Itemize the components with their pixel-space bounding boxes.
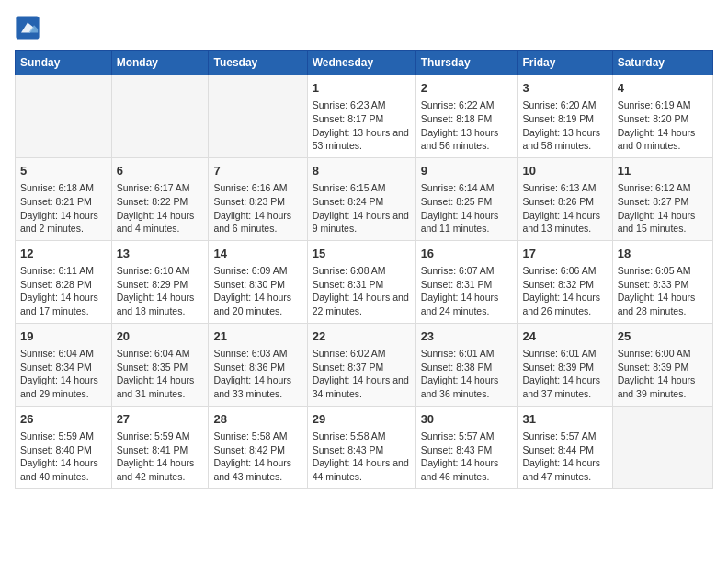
day-info: Sunrise: 5:58 AM bbox=[213, 430, 301, 443]
day-number: 19 bbox=[20, 328, 107, 345]
day-info: Sunset: 8:23 PM bbox=[213, 195, 301, 209]
day-number: 24 bbox=[522, 328, 607, 345]
day-info: Daylight: 14 hours and 28 minutes. bbox=[618, 291, 708, 317]
day-info: Daylight: 13 hours and 53 minutes. bbox=[313, 126, 411, 153]
day-number: 26 bbox=[20, 411, 107, 428]
calendar-cell: 7Sunrise: 6:16 AMSunset: 8:23 PMDaylight… bbox=[209, 157, 307, 240]
calendar-cell: 24Sunrise: 6:01 AMSunset: 8:39 PMDayligh… bbox=[518, 323, 612, 406]
day-info: Sunrise: 6:05 AM bbox=[618, 264, 708, 278]
day-info: Sunrise: 6:00 AM bbox=[618, 347, 708, 361]
day-number: 2 bbox=[421, 80, 513, 97]
calendar-cell: 17Sunrise: 6:06 AMSunset: 8:32 PMDayligh… bbox=[518, 240, 612, 323]
day-info: Sunset: 8:37 PM bbox=[313, 361, 411, 374]
day-number: 21 bbox=[213, 328, 301, 345]
day-info: Sunrise: 6:07 AM bbox=[421, 264, 513, 278]
day-info: Sunset: 8:43 PM bbox=[313, 443, 411, 457]
day-number: 23 bbox=[421, 328, 513, 345]
day-info: Sunrise: 6:02 AM bbox=[313, 347, 411, 361]
col-header-friday: Friday bbox=[518, 51, 612, 75]
calendar-cell: 20Sunrise: 6:04 AMSunset: 8:35 PMDayligh… bbox=[111, 323, 209, 406]
day-info: Sunrise: 6:04 AM bbox=[117, 347, 204, 361]
day-info: Daylight: 14 hours and 46 minutes. bbox=[421, 456, 513, 483]
calendar-cell: 22Sunrise: 6:02 AMSunset: 8:37 PMDayligh… bbox=[307, 323, 415, 406]
calendar-week-row: 26Sunrise: 5:59 AMSunset: 8:40 PMDayligh… bbox=[16, 406, 713, 488]
day-info: Sunrise: 6:01 AM bbox=[522, 347, 607, 361]
day-number: 8 bbox=[313, 163, 411, 179]
day-info: Sunrise: 5:59 AM bbox=[117, 430, 204, 443]
day-info: Sunset: 8:29 PM bbox=[117, 278, 204, 292]
day-info: Sunset: 8:35 PM bbox=[117, 361, 204, 374]
day-info: Sunset: 8:40 PM bbox=[20, 443, 107, 457]
day-info: Sunrise: 6:12 AM bbox=[618, 181, 708, 195]
day-number: 30 bbox=[421, 411, 513, 428]
day-info: Sunset: 8:24 PM bbox=[313, 195, 411, 209]
calendar-cell: 8Sunrise: 6:15 AMSunset: 8:24 PMDaylight… bbox=[307, 157, 415, 240]
col-header-sunday: Sunday bbox=[16, 51, 112, 75]
day-info: Sunrise: 6:17 AM bbox=[117, 181, 204, 195]
day-info: Daylight: 14 hours and 31 minutes. bbox=[117, 373, 204, 400]
day-info: Sunset: 8:27 PM bbox=[618, 195, 708, 209]
day-info: Sunset: 8:38 PM bbox=[421, 361, 513, 374]
day-info: Daylight: 14 hours and 26 minutes. bbox=[522, 291, 607, 317]
day-number: 17 bbox=[522, 246, 607, 262]
day-info: Daylight: 14 hours and 34 minutes. bbox=[313, 373, 411, 400]
day-number: 28 bbox=[213, 411, 301, 428]
day-info: Sunset: 8:36 PM bbox=[213, 361, 301, 374]
col-header-monday: Monday bbox=[111, 51, 209, 75]
calendar-table: SundayMondayTuesdayWednesdayThursdayFrid… bbox=[15, 50, 713, 489]
day-info: Sunset: 8:20 PM bbox=[618, 112, 708, 126]
day-info: Daylight: 14 hours and 0 minutes. bbox=[618, 126, 708, 153]
day-number: 11 bbox=[618, 163, 708, 179]
calendar-cell: 1Sunrise: 6:23 AMSunset: 8:17 PMDaylight… bbox=[307, 75, 415, 158]
day-info: Daylight: 14 hours and 42 minutes. bbox=[117, 456, 204, 483]
day-info: Sunset: 8:28 PM bbox=[20, 278, 107, 292]
day-info: Daylight: 14 hours and 24 minutes. bbox=[421, 291, 513, 317]
page-header bbox=[15, 15, 713, 40]
calendar-cell: 29Sunrise: 5:58 AMSunset: 8:43 PMDayligh… bbox=[307, 406, 415, 488]
day-number: 13 bbox=[117, 246, 204, 262]
day-number: 27 bbox=[117, 411, 204, 428]
day-info: Daylight: 14 hours and 20 minutes. bbox=[213, 291, 301, 317]
day-number: 1 bbox=[313, 80, 411, 97]
day-number: 20 bbox=[117, 328, 204, 345]
day-info: Daylight: 14 hours and 44 minutes. bbox=[313, 456, 411, 483]
day-info: Sunrise: 6:08 AM bbox=[313, 264, 411, 278]
day-info: Sunset: 8:25 PM bbox=[421, 195, 513, 209]
col-header-thursday: Thursday bbox=[415, 51, 518, 75]
day-info: Daylight: 14 hours and 22 minutes. bbox=[313, 291, 411, 317]
day-info: Sunset: 8:17 PM bbox=[313, 112, 411, 126]
calendar-cell: 18Sunrise: 6:05 AMSunset: 8:33 PMDayligh… bbox=[612, 240, 712, 323]
day-info: Daylight: 13 hours and 56 minutes. bbox=[421, 126, 513, 153]
day-info: Sunrise: 6:23 AM bbox=[313, 98, 411, 112]
col-header-wednesday: Wednesday bbox=[307, 51, 415, 75]
calendar-cell bbox=[612, 406, 712, 488]
day-info: Daylight: 14 hours and 4 minutes. bbox=[117, 209, 204, 236]
calendar-cell: 6Sunrise: 6:17 AMSunset: 8:22 PMDaylight… bbox=[111, 157, 209, 240]
day-number: 12 bbox=[20, 246, 107, 262]
calendar-cell: 14Sunrise: 6:09 AMSunset: 8:30 PMDayligh… bbox=[209, 240, 307, 323]
day-number: 25 bbox=[618, 328, 708, 345]
calendar-cell: 15Sunrise: 6:08 AMSunset: 8:31 PMDayligh… bbox=[307, 240, 415, 323]
calendar-cell bbox=[111, 75, 209, 158]
day-info: Daylight: 13 hours and 58 minutes. bbox=[522, 126, 607, 153]
calendar-cell: 11Sunrise: 6:12 AMSunset: 8:27 PMDayligh… bbox=[612, 157, 712, 240]
day-info: Sunset: 8:39 PM bbox=[522, 361, 607, 374]
day-number: 31 bbox=[522, 411, 607, 428]
calendar-cell: 21Sunrise: 6:03 AMSunset: 8:36 PMDayligh… bbox=[209, 323, 307, 406]
day-info: Sunset: 8:34 PM bbox=[20, 361, 107, 374]
day-info: Daylight: 14 hours and 9 minutes. bbox=[313, 209, 411, 236]
day-info: Daylight: 14 hours and 37 minutes. bbox=[522, 373, 607, 400]
day-info: Sunrise: 6:15 AM bbox=[313, 181, 411, 195]
calendar-cell: 25Sunrise: 6:00 AMSunset: 8:39 PMDayligh… bbox=[612, 323, 712, 406]
calendar-cell: 26Sunrise: 5:59 AMSunset: 8:40 PMDayligh… bbox=[16, 406, 112, 488]
day-number: 4 bbox=[618, 80, 708, 97]
day-info: Sunrise: 6:04 AM bbox=[20, 347, 107, 361]
day-info: Sunrise: 6:14 AM bbox=[421, 181, 513, 195]
calendar-cell bbox=[209, 75, 307, 158]
day-info: Sunrise: 5:57 AM bbox=[522, 430, 607, 443]
day-info: Sunrise: 6:09 AM bbox=[213, 264, 301, 278]
day-info: Sunset: 8:18 PM bbox=[421, 112, 513, 126]
day-number: 10 bbox=[522, 163, 607, 179]
day-info: Daylight: 14 hours and 2 minutes. bbox=[20, 209, 107, 236]
day-number: 15 bbox=[313, 246, 411, 262]
